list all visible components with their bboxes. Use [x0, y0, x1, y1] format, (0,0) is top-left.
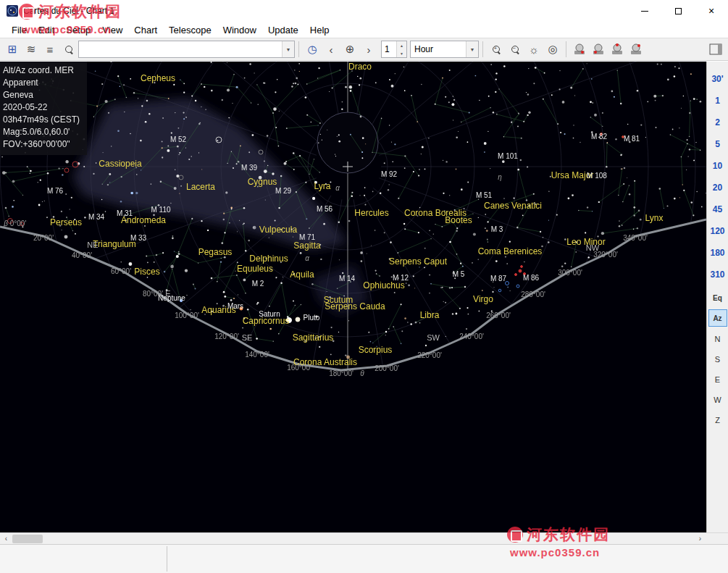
telescope-connect-button[interactable] — [570, 40, 589, 59]
menu-setup[interactable]: Setup — [60, 23, 96, 37]
minimize-button[interactable] — [628, 0, 661, 22]
fov-sidebar: 30' 1 2 5 10 20 45 120 180 310 Eq Az N S… — [706, 62, 728, 532]
fov-button-45[interactable]: 45 — [708, 199, 728, 219]
horizontal-scrollbar: ‹ › — [0, 532, 728, 544]
time-unit-select[interactable]: Hour ▼ — [410, 41, 479, 58]
overlay-apparent: Apparent — [3, 77, 80, 89]
fov-button-5[interactable]: 5 — [708, 134, 728, 154]
direction-west-button[interactable]: W — [708, 392, 727, 408]
telescope-icon — [591, 42, 606, 57]
overlay-time: 03h47m49s (CEST) — [3, 114, 80, 126]
minimize-icon — [641, 11, 648, 12]
close-button[interactable]: × — [695, 0, 728, 22]
time-next-button[interactable]: › — [359, 40, 378, 59]
fov-button-2[interactable]: 2 — [708, 112, 728, 132]
coord-eq-button[interactable]: Eq — [708, 289, 727, 306]
zoom-out-button[interactable]: − — [506, 40, 524, 59]
scroll-right-button[interactable]: › — [694, 533, 706, 545]
clock-icon[interactable]: ◷ — [303, 40, 322, 59]
search-dropdown-button[interactable]: ▼ — [282, 41, 294, 57]
direction-south-button[interactable]: S — [708, 351, 727, 367]
direction-zenith-button[interactable]: Z — [708, 412, 727, 428]
fov-button-180[interactable]: 180 — [708, 243, 728, 262]
coord-az-button[interactable]: Az — [708, 309, 727, 327]
calendar-icon[interactable]: ⊞ — [3, 40, 22, 59]
field-target-icon[interactable]: ◎ — [543, 40, 562, 59]
window-title: Cartes du Ciel - Chart 1 — [23, 6, 114, 16]
search-icon — [65, 46, 73, 54]
scrollbar-thumb[interactable] — [12, 535, 43, 543]
zoom-in-icon: + — [493, 46, 501, 54]
menu-view[interactable]: View — [96, 23, 128, 37]
telescope-goto-button[interactable] — [608, 40, 627, 59]
panel-toggle-button[interactable] — [706, 40, 725, 59]
telescope-icon — [572, 42, 587, 57]
spinner-buttons: ▲ ▼ — [396, 41, 406, 57]
status-divider — [167, 546, 167, 572]
time-unit-dropdown-button[interactable]: ▼ — [466, 41, 478, 57]
chart-config-icon[interactable]: ≋ — [22, 40, 41, 59]
maximize-icon — [675, 8, 682, 14]
toolbar-separator — [482, 41, 483, 57]
overlay-date: 2020-05-22 — [3, 101, 80, 114]
window-controls: × — [628, 0, 728, 22]
scrollbar-track[interactable] — [12, 533, 694, 545]
time-unit-value: Hour — [411, 44, 466, 54]
main-area: CepheusDracoCassiopeiaLacertaCygnusLyraH… — [0, 62, 728, 532]
scroll-left-button[interactable]: ‹ — [0, 533, 12, 545]
statusbar: Az:+343°12'26.5" Alt:+67°18'58.8" RA: 17… — [0, 544, 728, 573]
zoom-out-icon: − — [511, 46, 519, 54]
overlay-fov: FOV:+360°00'00" — [3, 138, 80, 151]
overlay-magnitude: Mag:5.0/6.0,60.0' — [3, 126, 80, 138]
direction-east-button[interactable]: E — [708, 372, 727, 388]
menu-edit[interactable]: Edit — [33, 23, 60, 37]
fov-button-10[interactable]: 10 — [708, 156, 728, 175]
time-step-spinner: ▲ ▼ — [381, 41, 407, 58]
fov-button-120[interactable]: 120 — [708, 221, 728, 241]
toolbar: ⊞ ≋ ≡ ▼ ◷ ‹ ⊕ › ▲ ▼ Hour ▼ + − ☼ ◎ — [0, 38, 728, 61]
fov-button-30min[interactable]: 30' — [708, 69, 728, 88]
chevron-down-icon: ▼ — [470, 47, 475, 52]
time-previous-button[interactable]: ‹ — [322, 40, 340, 59]
chart-info-overlay: Alt/Az coord. MER Apparent Geneva 2020-0… — [0, 62, 87, 155]
overlay-location: Geneva — [3, 89, 80, 101]
spinner-down-icon[interactable]: ▼ — [397, 49, 406, 57]
fov-button-20[interactable]: 20 — [708, 177, 728, 197]
settings-icon[interactable]: ☼ — [524, 40, 543, 59]
menu-chart[interactable]: Chart — [128, 23, 163, 37]
app-icon — [6, 4, 19, 17]
fov-button-310[interactable]: 310 — [708, 264, 728, 284]
menu-help[interactable]: Help — [304, 23, 335, 37]
chevron-down-icon: ▼ — [286, 47, 291, 52]
menu-file[interactable]: File — [6, 23, 33, 37]
maximize-button[interactable] — [661, 0, 695, 22]
telescope-track-button[interactable] — [627, 40, 645, 59]
telescope-park-button[interactable] — [589, 40, 608, 59]
titlebar: Cartes du Ciel - Chart 1 × — [0, 0, 728, 22]
scrollbar-corner — [706, 533, 728, 545]
time-step-input[interactable] — [382, 41, 396, 57]
panel-icon — [709, 43, 722, 56]
telescope-icon — [629, 42, 643, 57]
overlay-coord-mode: Alt/Az coord. MER — [3, 64, 80, 77]
status-coordinates: Az:+343°12'26.5" Alt:+67°18'58.8" RA: 17… — [3, 546, 156, 573]
menu-telescope[interactable]: Telescope — [163, 23, 217, 37]
search-input[interactable] — [79, 41, 282, 57]
search-combobox: ▼ — [78, 41, 295, 58]
telescope-icon — [610, 42, 624, 57]
sky-chart[interactable]: CepheusDracoCassiopeiaLacertaCygnusLyraH… — [0, 62, 706, 532]
search-button[interactable] — [59, 40, 78, 59]
menubar: File Edit Setup View Chart Telescope Win… — [0, 22, 728, 38]
direction-north-button[interactable]: N — [708, 331, 727, 347]
toolbar-separator — [298, 41, 299, 57]
time-now-button[interactable]: ⊕ — [340, 40, 359, 59]
close-icon: × — [708, 5, 714, 17]
menu-window[interactable]: Window — [217, 23, 262, 37]
fov-button-1[interactable]: 1 — [708, 91, 728, 110]
spinner-up-icon[interactable]: ▲ — [397, 41, 406, 49]
menu-update[interactable]: Update — [262, 23, 304, 37]
object-list-icon[interactable]: ≡ — [41, 40, 59, 59]
zoom-in-button[interactable]: + — [487, 40, 506, 59]
app-window: Cartes du Ciel - Chart 1 × File Edit Set… — [0, 0, 728, 573]
toolbar-separator — [566, 41, 566, 57]
